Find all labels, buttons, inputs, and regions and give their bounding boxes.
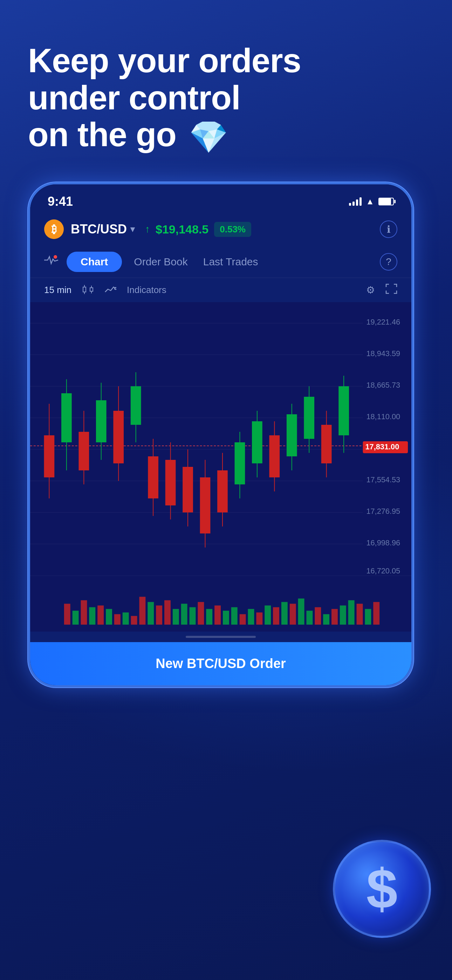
svg-rect-86	[240, 614, 246, 625]
status-icons: ▲	[349, 197, 394, 207]
svg-rect-29	[131, 386, 141, 425]
svg-rect-49	[304, 397, 314, 439]
info-button[interactable]: ℹ	[380, 221, 397, 238]
svg-text:17,276.95: 17,276.95	[366, 507, 400, 515]
svg-rect-23	[78, 432, 89, 470]
svg-rect-19	[44, 435, 55, 477]
svg-rect-91	[282, 602, 288, 625]
svg-text:16,720.05: 16,720.05	[366, 566, 400, 575]
scroll-indicator	[30, 632, 411, 642]
svg-rect-73	[131, 616, 137, 625]
svg-rect-101	[365, 609, 371, 625]
trading-header: ₿ BTC/USD ▾ ↑ $19,148.5 0.53% ℹ	[30, 212, 411, 246]
svg-rect-79	[181, 604, 188, 625]
svg-rect-31	[148, 457, 158, 498]
svg-rect-94	[306, 611, 312, 625]
svg-rect-70	[106, 609, 112, 625]
svg-rect-102	[373, 602, 379, 625]
svg-rect-39	[217, 470, 228, 512]
svg-rect-76	[156, 605, 162, 625]
hero-section: Keep your orders under control on the go…	[28, 42, 301, 154]
candlestick-chart[interactable]: 19,221.46 18,943.59 18,665.73 18,110.00 …	[30, 302, 411, 576]
tab-order-book[interactable]: Order Book	[131, 252, 191, 272]
pair-label: BTC/USD	[71, 222, 127, 237]
svg-rect-82	[206, 609, 212, 625]
candle-type-icon[interactable]	[82, 284, 94, 296]
dollar-coin-decoration: $	[333, 840, 445, 952]
new-order-button[interactable]: New BTC/USD Order	[30, 642, 411, 685]
svg-rect-68	[89, 607, 95, 625]
phone-mockup: 9:41 ▲ ₿ BTC/USD ▾ ↑ $19,148.5 0.53%	[28, 182, 414, 687]
svg-rect-90	[273, 607, 279, 625]
svg-text:18,943.59: 18,943.59	[366, 349, 400, 358]
svg-text:16,998.96: 16,998.96	[366, 538, 400, 547]
current-price: $19,148.5	[156, 223, 208, 236]
svg-rect-77	[164, 600, 170, 625]
svg-rect-100	[357, 604, 363, 625]
svg-rect-87	[248, 609, 255, 625]
wifi-icon: ▲	[366, 197, 374, 207]
settings-icon[interactable]: ⚙	[366, 284, 375, 296]
svg-rect-37	[200, 477, 210, 533]
svg-rect-27	[113, 411, 124, 463]
chevron-down-icon: ▾	[131, 224, 135, 234]
coin-circle: $	[333, 840, 431, 938]
trading-pair[interactable]: BTC/USD ▾	[71, 222, 135, 237]
svg-rect-66	[73, 611, 79, 625]
hero-line3: on the go	[28, 116, 176, 153]
svg-rect-4	[90, 288, 93, 291]
gem-icon: 💎	[189, 120, 228, 154]
svg-rect-71	[114, 614, 121, 625]
svg-rect-51	[321, 425, 332, 463]
price-direction-icon: ↑	[145, 224, 150, 235]
svg-rect-33	[166, 460, 176, 506]
hero-line2: under control	[28, 79, 240, 116]
activity-icon	[44, 255, 58, 269]
svg-text:17,831.00: 17,831.00	[365, 442, 399, 451]
tab-last-trades[interactable]: Last Trades	[200, 252, 262, 272]
scroll-bar	[186, 636, 256, 638]
svg-text:17,554.53: 17,554.53	[366, 475, 400, 484]
svg-rect-98	[340, 605, 346, 625]
btc-logo: ₿	[44, 220, 64, 239]
svg-rect-72	[123, 612, 129, 625]
price-info: ↑ $19,148.5 0.53%	[145, 222, 251, 237]
indicators-label: Indicators	[127, 285, 166, 296]
battery-icon	[379, 198, 394, 205]
svg-rect-92	[290, 604, 296, 625]
svg-rect-81	[197, 602, 204, 625]
phone-container: 9:41 ▲ ₿ BTC/USD ▾ ↑ $19,148.5 0.53%	[28, 182, 424, 687]
svg-rect-67	[81, 600, 87, 625]
tab-chart[interactable]: Chart	[67, 252, 122, 272]
status-time: 9:41	[48, 194, 73, 209]
svg-rect-45	[269, 435, 280, 477]
svg-rect-43	[252, 421, 263, 463]
svg-rect-97	[331, 609, 338, 625]
svg-rect-1	[83, 287, 86, 292]
svg-rect-25	[96, 400, 107, 442]
svg-rect-21	[61, 393, 72, 442]
svg-text:18,110.00: 18,110.00	[366, 412, 400, 421]
timeframe-selector[interactable]: 15 min	[44, 285, 72, 296]
svg-rect-93	[298, 599, 304, 625]
svg-rect-41	[235, 442, 245, 484]
svg-rect-95	[315, 607, 321, 625]
indicators-button[interactable]: Indicators	[127, 285, 166, 296]
line-chart-icon[interactable]	[104, 284, 116, 296]
svg-text:18,665.73: 18,665.73	[366, 381, 400, 390]
volume-chart	[30, 576, 411, 632]
signal-icon	[349, 197, 361, 206]
price-change-badge: 0.53%	[214, 222, 251, 237]
help-button[interactable]: ?	[380, 253, 397, 270]
svg-rect-78	[173, 609, 179, 625]
svg-rect-88	[256, 612, 263, 625]
svg-rect-53	[339, 386, 349, 435]
svg-rect-80	[189, 607, 196, 625]
chart-toolbar: 15 min Indicators	[30, 278, 411, 302]
svg-rect-84	[223, 611, 229, 625]
svg-rect-96	[323, 614, 329, 625]
svg-text:19,221.46: 19,221.46	[366, 318, 400, 326]
svg-rect-99	[348, 600, 355, 625]
expand-icon[interactable]	[385, 283, 397, 296]
hero-line1: Keep your orders	[28, 42, 301, 79]
